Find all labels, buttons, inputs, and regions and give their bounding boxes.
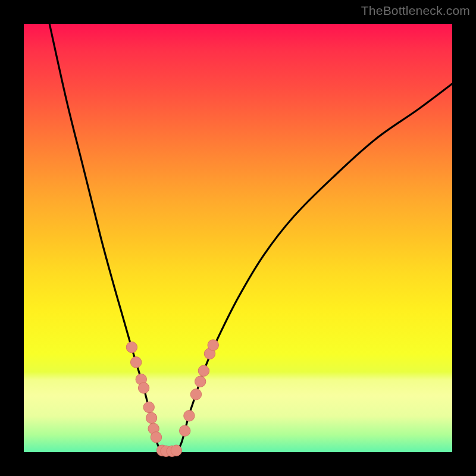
data-dots	[126, 340, 218, 457]
curve-layer	[24, 24, 452, 452]
watermark-label: TheBottleneck.com	[361, 4, 470, 18]
data-dot	[180, 425, 190, 436]
data-dot	[208, 340, 218, 350]
data-dot	[195, 376, 205, 387]
data-dot	[171, 445, 181, 456]
plot-area	[24, 24, 452, 452]
chart-stage: TheBottleneck.com	[0, 0, 476, 476]
data-dot	[151, 432, 161, 443]
data-dot	[126, 342, 137, 352]
data-dot	[143, 402, 154, 412]
data-dot	[184, 411, 195, 421]
data-dot	[138, 383, 149, 393]
data-dot	[146, 412, 156, 423]
data-dot	[130, 357, 141, 368]
data-dot	[198, 365, 209, 376]
data-dot	[190, 389, 201, 400]
curve-right-branch	[178, 84, 452, 450]
